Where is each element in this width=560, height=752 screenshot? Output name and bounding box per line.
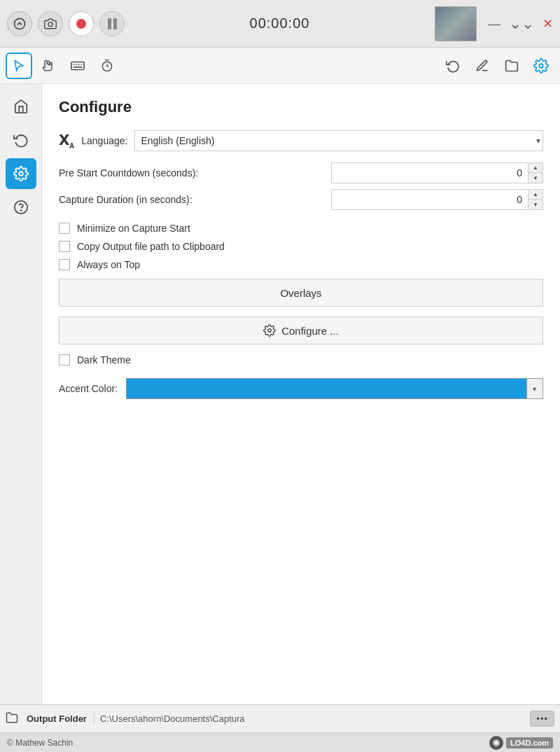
webcam-preview	[435, 6, 477, 41]
lo4d-badge: LO4D.com	[506, 737, 553, 748]
pause-icon	[108, 18, 117, 29]
capture-duration-row: Capture Duration (in seconds): ▲ ▼	[59, 189, 543, 210]
timer-tool-button[interactable]	[94, 53, 120, 79]
overlays-button-label: Overlays	[280, 287, 321, 299]
second-toolbar	[0, 48, 560, 84]
configure-panel: Configure 𝗫A Language: English (English)…	[42, 84, 560, 704]
camera-button[interactable]	[38, 11, 63, 36]
pre-start-increment-button[interactable]: ▲	[528, 163, 542, 173]
svg-point-1	[48, 22, 52, 26]
refresh-button[interactable]	[440, 53, 466, 79]
copyright-text: © Mathew Sachin	[7, 738, 485, 748]
sidebar-item-home[interactable]	[6, 91, 36, 122]
top-toolbar: 00:00:00 — ⌄⌄ ✕	[0, 0, 560, 48]
copy-output-checkbox[interactable]	[59, 241, 70, 252]
footer-folder-path: C:\Users\ahorn\Documents\Captura	[100, 713, 524, 724]
capture-duration-spinbox: ▲ ▼	[331, 189, 543, 210]
footer: Output Folder C:\Users\ahorn\Documents\C…	[0, 704, 560, 732]
copy-output-label: Copy Output file path to Clipboard	[77, 241, 225, 252]
minimize-window-button[interactable]: —	[488, 18, 500, 30]
capture-duration-label: Capture Duration (in seconds):	[59, 194, 326, 205]
sidebar-item-settings[interactable]	[6, 158, 36, 189]
pre-start-label: Pre Start Countdown (seconds):	[59, 167, 326, 179]
capture-duration-spinbox-buttons: ▲ ▼	[528, 190, 542, 209]
copyright-bar: © Mathew Sachin LO4D.com	[0, 732, 560, 752]
pen-button[interactable]	[469, 53, 496, 79]
pre-start-spinbox: ▲ ▼	[331, 162, 543, 183]
main-content: Configure 𝗫A Language: English (English)…	[0, 84, 560, 704]
up-button[interactable]	[7, 11, 32, 36]
window-controls: — ⌄⌄ ✕	[488, 16, 553, 32]
dark-theme-label: Dark Theme	[77, 354, 131, 365]
overlays-button[interactable]: Overlays	[59, 279, 543, 307]
footer-more-button[interactable]: •••	[530, 711, 554, 727]
dark-theme-checkbox[interactable]	[59, 354, 70, 365]
footer-folder-icon	[6, 711, 18, 726]
capture-duration-decrement-button[interactable]: ▼	[528, 200, 542, 209]
footer-output-folder-label: Output Folder	[24, 713, 94, 724]
language-row: 𝗫A Language: English (English) ▾	[59, 130, 543, 151]
accent-color-dropdown-button[interactable]: ▾	[527, 378, 543, 399]
configure-extra-label: Configure ...	[281, 325, 339, 337]
copy-output-row: Copy Output file path to Clipboard	[59, 241, 543, 252]
folder-button[interactable]	[498, 53, 525, 79]
language-label: Language:	[81, 135, 127, 146]
svg-point-10	[539, 64, 543, 68]
svg-point-11	[19, 172, 23, 176]
configure-gear-icon	[263, 324, 276, 337]
sidebar-item-history[interactable]	[6, 125, 36, 155]
capture-duration-input[interactable]	[332, 190, 528, 209]
accent-color-control: ▾	[126, 378, 543, 399]
svg-point-14	[268, 329, 272, 333]
configure-title: Configure	[59, 98, 543, 116]
dark-theme-row: Dark Theme	[59, 354, 543, 365]
hand-tool-button[interactable]	[35, 53, 62, 79]
svg-rect-2	[71, 62, 84, 69]
pre-start-input[interactable]	[332, 163, 528, 183]
pause-button[interactable]	[99, 11, 125, 36]
lo4d-icon	[489, 736, 503, 750]
settings-button[interactable]	[528, 53, 554, 79]
timer-display: 00:00:00	[130, 15, 429, 32]
always-on-top-checkbox[interactable]	[59, 259, 70, 270]
language-icon: 𝗫A	[59, 132, 74, 150]
always-on-top-row: Always on Top	[59, 259, 543, 270]
scroll-down-button[interactable]: ⌄⌄	[509, 16, 534, 32]
sidebar-item-help[interactable]	[6, 192, 36, 223]
keyboard-tool-button[interactable]	[64, 53, 91, 79]
pre-start-decrement-button[interactable]: ▼	[528, 173, 542, 183]
close-window-button[interactable]: ✕	[542, 18, 553, 30]
accent-color-row: Accent Color: ▾	[59, 378, 543, 399]
pre-start-spinbox-buttons: ▲ ▼	[528, 163, 542, 183]
language-select[interactable]: English (English)	[134, 130, 543, 151]
language-select-wrapper: English (English) ▾	[134, 130, 543, 151]
pre-start-row: Pre Start Countdown (seconds): ▲ ▼	[59, 162, 543, 183]
svg-point-0	[15, 18, 25, 29]
accent-color-label: Accent Color:	[59, 383, 118, 394]
record-dot	[76, 19, 86, 29]
capture-duration-increment-button[interactable]: ▲	[528, 190, 542, 200]
minimize-on-capture-checkbox[interactable]	[59, 223, 70, 234]
record-button[interactable]	[69, 11, 94, 36]
accent-color-display[interactable]	[126, 378, 527, 399]
cursor-tool-button[interactable]	[6, 53, 32, 79]
always-on-top-label: Always on Top	[77, 259, 140, 270]
minimize-on-capture-label: Minimize on Capture Start	[77, 223, 190, 234]
webcam-image	[435, 7, 476, 41]
minimize-on-capture-row: Minimize on Capture Start	[59, 223, 543, 234]
configure-extra-button[interactable]: Configure ...	[59, 316, 543, 344]
lo4d-logo: LO4D.com	[489, 736, 553, 750]
sidebar	[0, 84, 42, 704]
